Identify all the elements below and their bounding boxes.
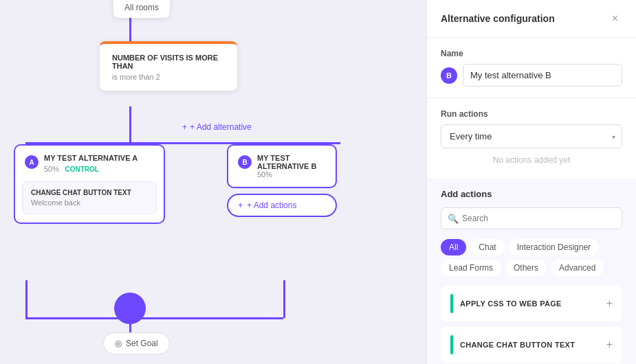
no-actions-text: No actions added yet [441, 148, 622, 168]
action-label-chat-btn: CHANGE CHAT BUTTON TEXT [460, 341, 575, 349]
alt-action-title: CHANGE CHAT BUTTON TEXT [31, 189, 148, 196]
plus-icon-css: + [606, 297, 613, 310]
set-goal-button[interactable]: ◎ Set Goal [103, 332, 170, 354]
control-badge: CONTROL [65, 166, 98, 173]
alt-a-title: MY TEST ALTERNATIVE A [44, 154, 138, 162]
action-color-bar-2 [450, 335, 453, 354]
filter-tab-chat[interactable]: Chat [470, 239, 504, 255]
action-item-css[interactable]: APPLY CSS TO WEB PAGE + [441, 286, 622, 321]
add-alternative-button[interactable]: + + Add alternative [182, 122, 252, 132]
panel-header: Alternative configuration × [427, 0, 636, 38]
run-actions-label: Run actions [441, 109, 622, 119]
name-label: Name [441, 49, 622, 58]
filter-tab-lead-forms[interactable]: Lead Forms [441, 260, 501, 276]
add-actions-section: Add actions 🔍 All Chat Interaction Desig… [427, 179, 636, 364]
add-actions-button[interactable]: + + Add actions [227, 194, 337, 217]
search-wrapper: 🔍 [441, 207, 622, 229]
search-icon: 🔍 [448, 214, 459, 224]
canvas: All rooms NUMBER OF VISITS IS MORE THAN … [0, 0, 426, 364]
connector-line [129, 106, 131, 142]
add-alternative-label: + Add alternative [190, 122, 252, 132]
connector-line [283, 280, 285, 318]
filter-tab-all[interactable]: All [441, 239, 466, 255]
run-actions-select[interactable]: Every time Once per session Once per vis… [441, 124, 622, 148]
plus-icon: + [182, 122, 187, 132]
all-rooms-card: All rooms [113, 0, 170, 18]
alt-b-badge: B [238, 155, 252, 169]
alt-b-percent: 50% [257, 170, 326, 179]
alt-a-container: A MY TEST ALTERNATIVE A 50% CONTROL CHAN… [14, 144, 165, 224]
search-input[interactable] [441, 207, 622, 229]
right-panel: Alternative configuration × Name B Run a… [426, 0, 636, 364]
set-goal-label: Set Goal [126, 339, 158, 348]
action-item-chat-btn[interactable]: CHANGE CHAT BUTTON TEXT + [441, 327, 622, 363]
run-actions-section: Run actions Every time Once per session … [427, 98, 636, 179]
close-button[interactable]: × [608, 11, 622, 26]
connector-line [25, 280, 28, 318]
name-badge: B [441, 67, 457, 84]
visits-card-sub: is more than 2 [112, 73, 225, 81]
name-input[interactable] [463, 64, 622, 87]
plus-icon-b: + [238, 201, 243, 210]
alt-a-percent: 50% [44, 165, 59, 173]
goal-circle [114, 293, 146, 324]
filter-tab-advanced[interactable]: Advanced [551, 260, 604, 276]
visits-card-title: NUMBER OF VISITS IS MORE THAN [112, 54, 225, 70]
name-section: Name B [427, 38, 636, 98]
alt-b-container: B MY TEST ALTERNATIVE B 50% + + Add acti… [227, 144, 337, 217]
filter-tabs: All Chat Interaction Designer Lead Forms… [441, 239, 622, 276]
alt-b-title: MY TEST ALTERNATIVE B [257, 154, 326, 170]
visits-card: NUMBER OF VISITS IS MORE THAN is more th… [100, 41, 237, 91]
plus-icon-chat-btn: + [606, 339, 613, 351]
alt-a-action-card: CHANGE CHAT BUTTON TEXT Welcome back [22, 181, 157, 214]
action-label-css: APPLY CSS TO WEB PAGE [460, 299, 562, 308]
action-color-bar [450, 294, 453, 313]
add-actions-title: Add actions [441, 189, 622, 199]
add-actions-label: + Add actions [247, 201, 296, 210]
target-icon: ◎ [115, 339, 122, 348]
connector-line [25, 317, 283, 319]
panel-title: Alternative configuration [441, 13, 555, 24]
filter-tab-others[interactable]: Others [505, 260, 547, 276]
all-rooms-label: All rooms [124, 3, 159, 12]
filter-tab-interaction-designer[interactable]: Interaction Designer [509, 239, 599, 255]
alt-a-badge: A [25, 155, 39, 169]
alt-action-sub: Welcome back [31, 198, 148, 207]
